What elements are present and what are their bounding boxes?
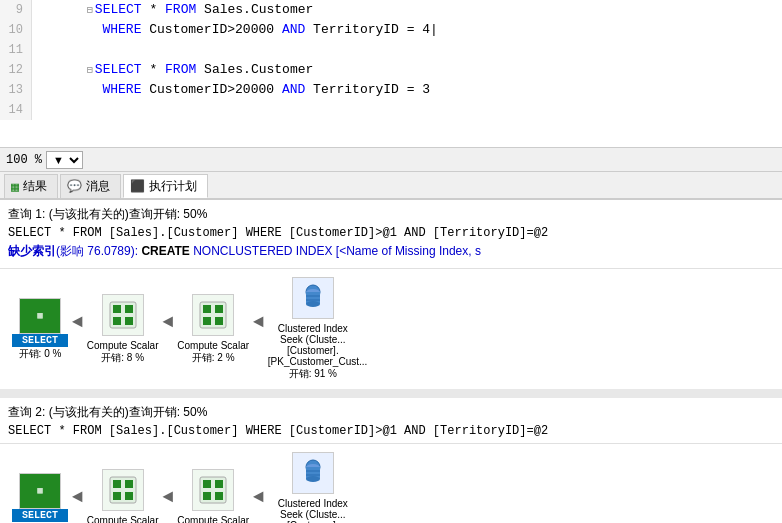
svg-rect-8	[203, 317, 211, 325]
arrow-1-2: ◄	[163, 312, 174, 332]
compute-scalar-label-2-2: Compute Scalar	[177, 515, 249, 524]
svg-rect-6	[203, 305, 211, 313]
plan-node-cluster-1[interactable]: Clustered Index Seek (Cluste... [Custome…	[268, 277, 358, 381]
cluster-index-sublabel-1: [Customer].[PK_Customer_Cust...	[268, 345, 358, 367]
sql-line-10: 10 WHERE CustomerID>20000 AND TerritoryI…	[0, 20, 782, 40]
arrow-1-1: ◄	[72, 312, 83, 332]
compute-scalar-icon-1-2	[102, 469, 144, 511]
results-area: 查询 1: (与该批有关的)查询开销: 50% SELECT * FROM [S…	[0, 200, 782, 523]
line-number-14: 14	[0, 100, 32, 120]
arrow-1-3: ◄	[253, 312, 264, 332]
query-2-header: 查询 2: (与该批有关的)查询开销: 50%	[8, 404, 774, 421]
create-keyword-1: CREATE	[141, 244, 189, 258]
line-number-12: 12	[0, 60, 32, 80]
select-icon-1: ▦	[37, 310, 42, 321]
plan-node-cluster-2[interactable]: Clustered Index Seek (Cluste... [Custome…	[268, 452, 358, 523]
query-1-missing[interactable]: 缺少索引(影响 76.0789): CREATE NONCLUSTERED IN…	[8, 243, 774, 260]
missing-index-label-1: 缺少索引	[8, 244, 56, 258]
cluster-index-cost-1: 开销: 91 %	[289, 367, 337, 381]
svg-rect-17	[113, 480, 121, 488]
sql-line-13: 13 WHERE CustomerID>20000 AND TerritoryI…	[0, 80, 782, 100]
svg-rect-4	[125, 317, 133, 325]
tab-execplan[interactable]: ⬛ 执行计划	[123, 174, 208, 198]
query-2-sql: SELECT * FROM [Sales].[Customer] WHERE […	[8, 424, 774, 438]
svg-rect-19	[113, 492, 121, 500]
plan-node-compute1-2[interactable]: Compute Scalar 开销: 7 %	[87, 469, 159, 524]
svg-rect-25	[215, 492, 223, 500]
plan-node-compute2-2[interactable]: Compute Scalar 开销: 2 %	[177, 469, 249, 524]
line-number-13: 13	[0, 80, 32, 100]
query-1-section: 查询 1: (与该批有关的)查询开销: 50% SELECT * FROM [S…	[0, 200, 782, 269]
messages-icon: 💬	[67, 179, 82, 194]
missing-index-rest-1: NONCLUSTERED INDEX [<Name of Missing Ind…	[190, 244, 481, 258]
tab-execplan-label: 执行计划	[149, 178, 197, 195]
plan-node-select-2[interactable]: ▦ SELECT 开销: 0 %	[12, 473, 68, 524]
select-label-1: SELECT	[12, 334, 68, 347]
svg-rect-23	[215, 480, 223, 488]
line-content-14	[32, 100, 48, 120]
line-number-10: 10	[0, 20, 32, 40]
execplan-icon: ⬛	[130, 179, 145, 194]
svg-point-29	[306, 476, 320, 482]
line-number-9: 9	[0, 0, 32, 20]
svg-rect-20	[125, 492, 133, 500]
arrow-2-1: ◄	[72, 487, 83, 507]
select-cost-1: 开销: 0 %	[19, 347, 62, 361]
section-divider-1	[0, 390, 782, 398]
svg-rect-2	[125, 305, 133, 313]
arrow-2-3: ◄	[253, 487, 264, 507]
sql-editor[interactable]: 9 ⊟SELECT * FROM Sales.Customer 10 WHERE…	[0, 0, 782, 148]
compute-scalar-icon-1-1	[102, 294, 144, 336]
cluster-index-label-1: Clustered Index Seek (Cluste...	[268, 323, 358, 345]
arrow-2-2: ◄	[163, 487, 174, 507]
zoom-value: 100 %	[6, 153, 42, 167]
query-2-section: 查询 2: (与该批有关的)查询开销: 50% SELECT * FROM [S…	[0, 398, 782, 444]
zoom-bar: 100 % ▼	[0, 148, 782, 172]
plan-node-select-1[interactable]: ▦ SELECT 开销: 0 %	[12, 298, 68, 361]
zoom-dropdown[interactable]: ▼	[46, 151, 83, 169]
compute-scalar-label-1-1: Compute Scalar	[87, 340, 159, 351]
svg-point-13	[306, 301, 320, 307]
tab-messages-label: 消息	[86, 178, 110, 195]
compute-scalar-label-1-2: Compute Scalar	[87, 515, 159, 524]
compute-scalar-cost-2-1: 开销: 2 %	[192, 351, 235, 365]
svg-rect-1	[113, 305, 121, 313]
svg-rect-24	[203, 492, 211, 500]
tab-messages[interactable]: 💬 消息	[60, 174, 121, 198]
query-1-header: 查询 1: (与该批有关的)查询开销: 50%	[8, 206, 774, 223]
query-1-exec-plan: ▦ SELECT 开销: 0 % ◄ Compute Scalar 开销: 8 …	[0, 269, 782, 390]
missing-index-detail-1: (影响 76.0789):	[56, 244, 141, 258]
cluster-index-icon-1	[292, 277, 334, 319]
results-icon: ▦	[11, 179, 19, 195]
line-number-11: 11	[0, 40, 32, 60]
tab-results[interactable]: ▦ 结果	[4, 174, 58, 198]
plan-node-compute2-1[interactable]: Compute Scalar 开销: 2 %	[177, 294, 249, 365]
select-icon-2: ▦	[37, 485, 42, 496]
plan-node-compute1-1[interactable]: Compute Scalar 开销: 8 %	[87, 294, 159, 365]
svg-rect-7	[215, 305, 223, 313]
cluster-index-icon-2	[292, 452, 334, 494]
compute-scalar-label-2-1: Compute Scalar	[177, 340, 249, 351]
svg-rect-18	[125, 480, 133, 488]
svg-rect-22	[203, 480, 211, 488]
cluster-index-label-2: Clustered Index Seek (Cluste...	[268, 498, 358, 520]
compute-scalar-cost-1-1: 开销: 8 %	[101, 351, 144, 365]
line-content-13: WHERE CustomerID>20000 AND TerritoryID =…	[32, 60, 430, 120]
tab-results-label: 结果	[23, 178, 47, 195]
compute-scalar-icon-2-2	[192, 469, 234, 511]
select-label-2: SELECT	[12, 509, 68, 522]
compute-scalar-icon-2-1	[192, 294, 234, 336]
tabs-bar: ▦ 结果 💬 消息 ⬛ 执行计划	[0, 172, 782, 200]
svg-rect-3	[113, 317, 121, 325]
svg-rect-9	[215, 317, 223, 325]
query-2-exec-plan: ▦ SELECT 开销: 0 % ◄ Compute Scalar 开销: 7 …	[0, 444, 782, 523]
query-1-sql: SELECT * FROM [Sales].[Customer] WHERE […	[8, 226, 774, 240]
